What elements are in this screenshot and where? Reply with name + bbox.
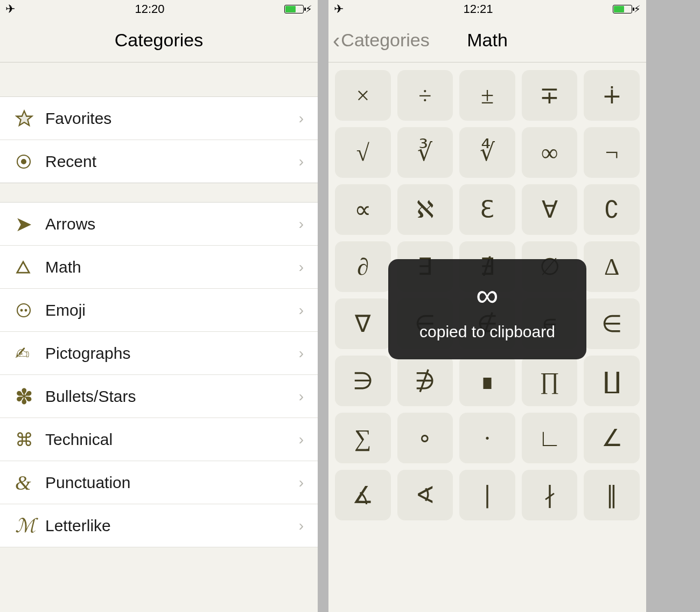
toast-glyph: ∞ [476,280,498,311]
back-button[interactable]: ‹ Categories [333,30,430,51]
chevron-right-icon: › [299,517,304,534]
symbol-cell[interactable]: ∌ [397,356,453,406]
arrow-icon: ➤ [15,212,45,236]
status-left: ✈︎ [334,2,344,16]
symbol-cell[interactable]: √ [335,127,391,178]
symbol-cell[interactable]: ∏ [522,356,578,406]
symbol-cell[interactable]: ∢ [397,470,453,520]
airplane-mode-icon: ✈︎ [334,2,344,16]
chevron-right-icon: › [299,388,304,405]
star-icon [15,109,45,128]
symbol-cell[interactable]: ∔ [584,70,640,121]
chevron-left-icon: ‹ [333,30,340,51]
chevron-right-icon: › [299,345,304,362]
row-technical[interactable]: ⌘ Technical › [0,418,318,461]
row-label: Letterlike [45,517,299,535]
svg-marker-0 [17,110,32,125]
row-recent[interactable]: Recent › [0,140,318,183]
status-right: ⚡︎ [613,3,641,15]
copied-toast: ∞ copied to clipboard [388,259,586,359]
row-bullets-stars[interactable]: ✽ Bullets/Stars › [0,375,318,418]
chevron-right-icon: › [299,474,304,491]
symbol-cell[interactable]: ∋ [335,356,391,406]
symbol-cell[interactable]: ∟ [522,413,578,463]
chevron-right-icon: › [299,215,304,233]
symbol-cell[interactable]: ∤ [522,470,578,520]
writing-hand-icon: ✍︎ [15,343,45,364]
row-letterlike[interactable]: ℳ Letterlike › [0,504,318,547]
row-punctuation[interactable]: & Punctuation › [0,461,318,504]
symbol-cell[interactable]: ∂ [335,241,391,292]
target-icon [15,153,45,170]
symbol-cell[interactable]: ∎ [459,356,515,406]
row-math[interactable]: Math › [0,246,318,289]
symbol-cell[interactable]: ∇ [335,298,391,349]
row-pictographs[interactable]: ✍︎ Pictographs › [0,332,318,375]
row-label: Pictographs [45,344,299,363]
symbol-cell[interactable]: ∘ [397,413,453,463]
svg-point-5 [21,309,23,311]
symbol-cell[interactable]: ∡ [335,470,391,520]
symbol-cell[interactable]: ∐ [584,356,640,406]
row-label: Technical [45,430,299,449]
row-favorites[interactable]: Favorites › [0,97,318,140]
symbol-cell[interactable]: ± [459,70,515,121]
symbol-cell[interactable]: ∑ [335,413,391,463]
phone-math-grid: ✈︎ 12:21 ⚡︎ ‹ Categories Math ×÷±∓∔√∛∜∞¬… [328,0,646,612]
row-emoji[interactable]: Emoji › [0,289,318,332]
battery-icon: ⚡︎ [613,3,641,15]
phone-categories: ✈︎ 12:20 ⚡︎ Categories Favorites › [0,0,318,612]
status-right: ⚡︎ [284,3,312,15]
script-m-icon: ℳ [15,514,45,537]
chevron-right-icon: › [299,110,304,127]
row-label: Emoji [45,301,299,319]
chevron-right-icon: › [299,302,304,319]
symbol-cell[interactable]: × [335,70,391,121]
row-arrows[interactable]: ➤ Arrows › [0,203,318,246]
symbol-cell[interactable]: ÷ [397,70,453,121]
charging-icon: ⚡︎ [305,3,312,15]
svg-point-4 [17,304,30,317]
row-label: Punctuation [45,474,299,492]
symbol-cell[interactable]: ∝ [335,184,391,235]
row-label: Bullets/Stars [45,387,299,406]
symbol-cell[interactable]: ℵ [397,184,453,235]
symbol-cell[interactable]: ∙ [459,413,515,463]
symbol-cell[interactable]: ∛ [397,127,453,178]
row-label: Arrows [45,215,299,233]
charging-icon: ⚡︎ [634,3,641,15]
symbol-cell[interactable]: ∥ [584,470,640,520]
symbol-cell[interactable]: ∁ [584,184,640,235]
status-left: ✈︎ [5,2,15,16]
categories-list[interactable]: Favorites › Recent › ➤ Arrows › Mat [0,62,318,612]
symbol-cell[interactable]: ∣ [459,470,515,520]
battery-icon: ⚡︎ [284,3,312,15]
nav-header: Categories [0,18,318,62]
status-bar: ✈︎ 12:20 ⚡︎ [0,0,318,18]
chevron-right-icon: › [299,431,304,448]
symbol-cell[interactable]: ∆ [584,241,640,292]
symbol-cell[interactable]: ∀ [522,184,578,235]
section-gap [0,183,318,203]
page-title: Categories [115,30,203,51]
row-label: Favorites [45,109,299,128]
symbol-cell[interactable]: ∓ [522,70,578,121]
chevron-right-icon: › [299,259,304,276]
symbol-cell[interactable]: ¬ [584,127,640,178]
toast-message: copied to clipboard [419,323,555,341]
symbol-cell[interactable]: ℇ [459,184,515,235]
symbol-cell[interactable]: ∜ [459,127,515,178]
symbol-grid-area[interactable]: ×÷±∓∔√∛∜∞¬∝ℵℇ∀∁∂∃∄∅∆∇∈∉∊∈∋∌∎∏∐∑∘∙∟∠∡∢∣∤∥… [328,62,646,612]
status-bar: ✈︎ 12:21 ⚡︎ [328,0,646,18]
row-label: Recent [45,152,299,171]
status-time: 12:20 [135,2,164,16]
nav-header: ‹ Categories Math [328,18,646,62]
section-gap [0,62,318,97]
svg-point-6 [25,309,27,311]
symbol-cell[interactable]: ∠ [584,413,640,463]
asterisk-icon: ✽ [15,384,45,409]
symbol-cell[interactable]: ∈ [584,298,640,349]
page-title: Math [467,30,508,51]
symbol-cell[interactable]: ∞ [522,127,578,178]
face-icon [15,302,45,319]
